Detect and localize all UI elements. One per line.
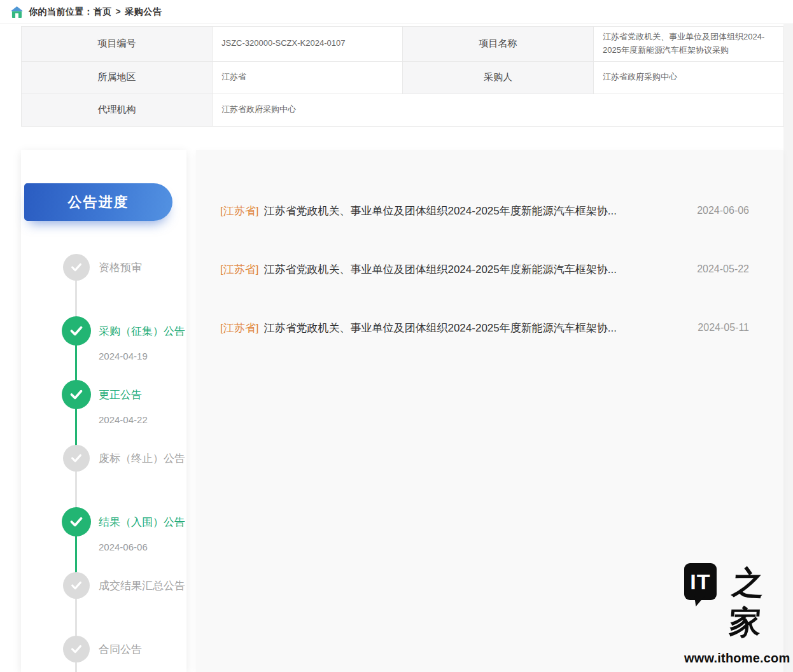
breadcrumb-current[interactable]: 采购公告 — [125, 6, 162, 17]
ithome-logo: IT 之家 — [684, 563, 773, 642]
step-check-icon — [62, 316, 91, 346]
step-label[interactable]: 结果（入围）公告 — [99, 507, 185, 536]
buyer-label: 采购人 — [403, 62, 594, 94]
announcement-row[interactable]: [江苏省] 江苏省党政机关、事业单位及团体组织2024-2025年度新能源汽车框… — [196, 181, 783, 240]
project-name-label: 项目名称 — [403, 27, 594, 62]
region-tag: [江苏省] — [220, 262, 258, 277]
project-no-label: 项目编号 — [22, 27, 213, 62]
breadcrumb-home-link[interactable]: 首页 — [94, 6, 112, 17]
step-label[interactable]: 更正公告 — [99, 380, 142, 409]
step-result-notice[interactable]: 结果（入围）公告 — [21, 507, 186, 536]
step-check-icon — [62, 380, 91, 409]
step-correction-notice[interactable]: 更正公告 — [21, 380, 186, 409]
ithome-url: www.ithome.com — [684, 651, 773, 666]
step-deal-summary-notice: 成交结果汇总公告 — [21, 571, 186, 600]
step-prequalification: 资格预审 — [21, 253, 186, 282]
step-label: 成交结果汇总公告 — [99, 571, 185, 600]
breadcrumb-prefix: 你的当前位置： — [29, 6, 94, 17]
region-value: 江苏省 — [213, 62, 403, 94]
announcement-date: 2024-05-22 — [697, 263, 749, 275]
region-tag: [江苏省] — [220, 321, 258, 335]
announcement-date: 2024-06-06 — [697, 205, 749, 216]
breadcrumb-separator: > — [116, 6, 122, 17]
step-label: 合同公告 — [99, 634, 142, 664]
announcement-list: [江苏省] 江苏省党政机关、事业单位及团体组织2024-2025年度新能源汽车框… — [196, 181, 783, 357]
progress-sidebar: 公告进度 资格预审 采购（征集）公告 2024-04-19 — [21, 150, 186, 672]
step-check-icon — [63, 572, 90, 599]
announcement-title-link[interactable]: 江苏省党政机关、事业单位及团体组织2024-2025年度新能源汽车框架协... — [263, 262, 616, 277]
step-date: 2024-04-22 — [99, 414, 148, 427]
step-check-icon — [63, 445, 90, 472]
region-tag: [江苏省] — [220, 204, 258, 218]
announcement-title-link[interactable]: 江苏省党政机关、事业单位及团体组织2024-2025年度新能源汽车框架协... — [263, 321, 616, 335]
announcement-date: 2024-05-11 — [698, 322, 749, 333]
region-label: 所属地区 — [22, 62, 213, 94]
ithome-watermark: IT 之家 www.ithome.com — [684, 563, 773, 666]
step-procurement-notice[interactable]: 采购（征集）公告 — [21, 316, 186, 346]
step-contract-notice: 合同公告 — [21, 634, 186, 664]
agency-value: 江苏省政府采购中心 — [213, 94, 784, 127]
step-check-icon — [62, 507, 91, 536]
step-label: 废标（终止）公告 — [99, 444, 185, 473]
project-info-table: 项目编号 JSZC-320000-SCZX-K2024-0107 项目名称 江苏… — [21, 26, 783, 127]
announcement-title-link[interactable]: 江苏省党政机关、事业单位及团体组织2024-2025年度新能源汽车框架协... — [263, 204, 616, 218]
breadcrumb-bar: 你的当前位置：首页>采购公告 — [0, 0, 793, 24]
step-check-icon — [63, 636, 90, 662]
ithome-zhijia-calligraphy: 之家 — [717, 563, 776, 642]
ithome-it-badge-icon: IT — [684, 563, 717, 600]
step-cancellation-notice: 废标（终止）公告 — [21, 444, 186, 473]
home-icon[interactable] — [11, 6, 23, 18]
announcement-row[interactable]: [江苏省] 江苏省党政机关、事业单位及团体组织2024-2025年度新能源汽车框… — [196, 298, 783, 357]
step-label[interactable]: 采购（征集）公告 — [99, 316, 185, 346]
scrollbar-gutter — [783, 24, 793, 672]
breadcrumb: 你的当前位置：首页>采购公告 — [29, 6, 162, 18]
step-label: 资格预审 — [99, 253, 142, 282]
step-check-icon — [63, 254, 90, 281]
agency-label: 代理机构 — [22, 94, 213, 127]
progress-timeline: 资格预审 采购（征集）公告 2024-04-19 更正公告 2024-04-22… — [21, 150, 186, 672]
step-date: 2024-06-06 — [99, 542, 148, 554]
project-no-value: JSZC-320000-SCZX-K2024-0107 — [213, 27, 403, 62]
buyer-value: 江苏省政府采购中心 — [594, 62, 784, 94]
announcement-row[interactable]: [江苏省] 江苏省党政机关、事业单位及团体组织2024-2025年度新能源汽车框… — [196, 240, 783, 298]
step-date: 2024-04-19 — [99, 351, 148, 363]
project-name-value: 江苏省党政机关、事业单位及团体组织2024-2025年度新能源汽车框架协议采购 — [594, 27, 784, 62]
